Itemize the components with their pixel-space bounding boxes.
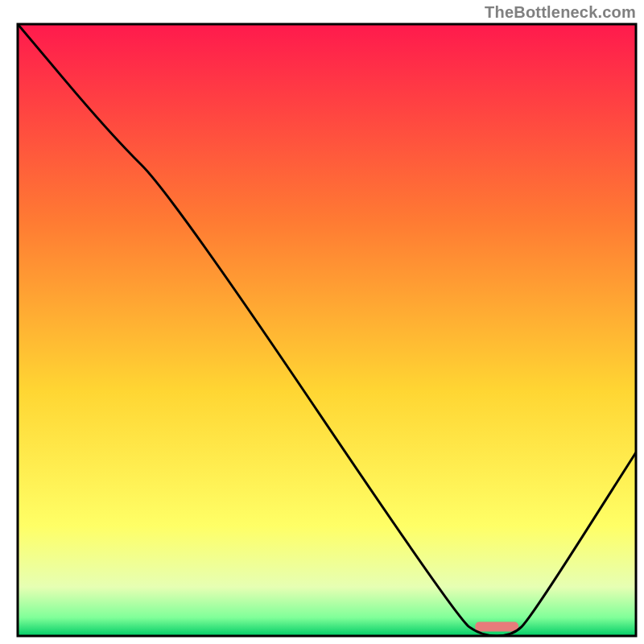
bottleneck-chart: [0, 0, 644, 644]
optimal-range-marker: [475, 622, 518, 632]
chart-container: TheBottleneck.com: [0, 0, 644, 644]
plot-background: [18, 24, 636, 636]
attribution-label: TheBottleneck.com: [485, 3, 636, 22]
